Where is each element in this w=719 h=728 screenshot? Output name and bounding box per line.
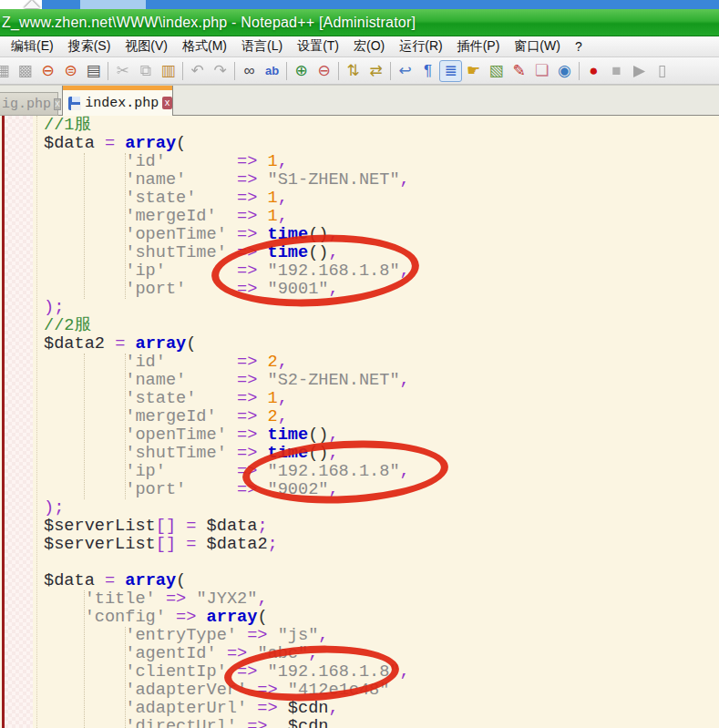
code-line xyxy=(44,554,410,572)
tab-close-icon[interactable]: x xyxy=(162,97,172,109)
code-line: 'state' => 1, xyxy=(44,190,410,208)
copy-icon: ⧉ xyxy=(134,60,157,82)
tab-index-php[interactable]: index.php x xyxy=(62,86,173,117)
menu-run[interactable]: 运行(R) xyxy=(392,36,449,56)
sync-vertical-icon[interactable]: ⇅ xyxy=(342,60,365,82)
menu-encoding[interactable]: 格式(M) xyxy=(175,36,234,56)
code-line: $serverList[] = $data2; xyxy=(44,536,410,554)
tab-bar: ig.php x index.php x xyxy=(0,85,719,116)
close-all-icon[interactable]: ⊜ xyxy=(59,60,82,82)
menu-search[interactable]: 搜索(S) xyxy=(61,36,118,56)
toolbar-separator xyxy=(182,62,183,80)
find-icon[interactable]: ∞ xyxy=(238,60,261,82)
notepad-plus-plus-window: Z_www.zhen.net\WWW\index.php - Notepad++… xyxy=(0,0,719,728)
code-text[interactable]: //1服$data = array( 'id' => 1, 'name' => … xyxy=(44,117,410,728)
title-bar[interactable]: Z_www.zhen.net\WWW\index.php - Notepad++… xyxy=(0,9,719,36)
menu-settings[interactable]: 设置(T) xyxy=(290,36,346,56)
bookmark-margin[interactable] xyxy=(5,116,33,728)
code-line: 'directUrl' => $cdn xyxy=(44,718,410,728)
menu-language[interactable]: 语言(L) xyxy=(234,36,290,56)
sync-horizontal-icon[interactable]: ⇄ xyxy=(365,60,387,82)
tab-label: ig.php xyxy=(2,97,51,112)
document-map-icon[interactable]: ▧ xyxy=(485,60,508,82)
code-line: 'title' => "JYX2", xyxy=(44,590,410,609)
menu-window[interactable]: 窗口(W) xyxy=(507,36,568,56)
zoom-in-icon[interactable]: ⊕ xyxy=(290,60,313,82)
code-line: $serverList[] = $data; xyxy=(44,518,410,536)
menu-bar: 编辑(E)搜索(S)视图(V)格式(M)语言(L)设置(T)宏(O)运行(R)插… xyxy=(0,36,719,57)
menu-edit[interactable]: 编辑(E) xyxy=(4,36,61,56)
code-line: 'id' => 1, xyxy=(44,153,410,171)
show-all-characters-icon[interactable]: ¶ xyxy=(416,60,439,82)
menu-view[interactable]: 视图(V) xyxy=(118,36,175,56)
save-icon: ▦ xyxy=(0,60,14,82)
word-wrap-icon[interactable]: ↩ xyxy=(394,60,416,82)
code-line: 'mergeId' => 2, xyxy=(44,408,410,426)
code-line: 'mergeId' => 1, xyxy=(44,208,410,226)
code-line: //1服 xyxy=(44,117,410,135)
code-line: 'adapterUrl' => $cdn, xyxy=(44,700,410,718)
file-monitoring-icon[interactable]: ◉ xyxy=(553,60,576,82)
macro-save-icon: ▯ xyxy=(651,60,673,82)
folder-workspace-icon[interactable]: ❏ xyxy=(530,60,553,82)
code-line: 'name' => "S1-ZHEN.NET", xyxy=(44,171,410,190)
macro-stop-icon: ■ xyxy=(605,60,628,82)
function-completion-icon[interactable]: ☛ xyxy=(462,60,485,82)
toolbar-separator xyxy=(234,62,235,80)
print-icon[interactable]: ▤ xyxy=(82,60,105,82)
code-line: 'config' => array( xyxy=(44,609,410,627)
toolbar: ▦▩⊖⊜▤✂⧉▥↶↷∞ab⊕⊖⇅⇄↩¶≣☛▧✎❏◉●■▶▯ xyxy=(0,57,719,85)
save-all-icon: ▩ xyxy=(14,60,36,82)
zoom-out-icon[interactable]: ⊖ xyxy=(313,60,335,82)
menu-macro[interactable]: 宏(O) xyxy=(346,36,392,56)
code-line: $data = array( xyxy=(44,135,410,153)
toolbar-separator xyxy=(390,62,391,80)
saved-file-icon xyxy=(68,97,80,110)
toolbar-separator xyxy=(338,62,339,80)
code-line: 'entryType' => "js", xyxy=(44,627,410,645)
paste-icon[interactable]: ▥ xyxy=(157,60,180,82)
user-define-dialog-icon[interactable]: ✎ xyxy=(508,60,530,82)
redo-icon: ↷ xyxy=(209,60,231,82)
close-icon[interactable]: ⊖ xyxy=(36,60,59,82)
background-window-strip xyxy=(0,0,719,9)
cut-icon: ✂ xyxy=(111,60,134,82)
menu-plugins[interactable]: 插件(P) xyxy=(450,36,508,56)
editor-pane[interactable]: //1服$data = array( 'id' => 1, 'name' => … xyxy=(0,116,719,728)
code-line: 'name' => "S2-ZHEN.NET", xyxy=(44,372,410,390)
code-line: 'state' => 1, xyxy=(44,390,410,408)
menu-help[interactable]: ? xyxy=(568,37,590,56)
code-line: 'id' => 2, xyxy=(44,354,410,372)
window-title: Z_www.zhen.net\WWW\index.php - Notepad++… xyxy=(0,15,416,31)
macro-play-icon: ▶ xyxy=(628,60,651,82)
scroll-top-triangle-icon xyxy=(24,0,40,8)
toolbar-separator xyxy=(579,62,580,80)
replace-icon[interactable]: ab xyxy=(261,60,283,82)
undo-icon: ↶ xyxy=(186,60,209,82)
tab-config-php[interactable]: ig.php x xyxy=(0,92,58,116)
toolbar-separator xyxy=(286,62,287,80)
indent-guide-icon[interactable]: ≣ xyxy=(439,60,462,82)
tab-label: index.php xyxy=(85,96,159,111)
toolbar-separator xyxy=(108,62,108,80)
background-window-lightblue-segment xyxy=(80,0,146,9)
active-tab-indicator xyxy=(63,86,172,90)
macro-record-icon[interactable]: ● xyxy=(582,60,605,82)
code-line: $data2 = array( xyxy=(44,335,410,354)
fold-margin-separator xyxy=(36,116,37,728)
code-line: //2服 xyxy=(44,317,410,335)
tab-close-icon[interactable]: x xyxy=(54,98,61,110)
code-line: $data = array( xyxy=(44,572,410,590)
